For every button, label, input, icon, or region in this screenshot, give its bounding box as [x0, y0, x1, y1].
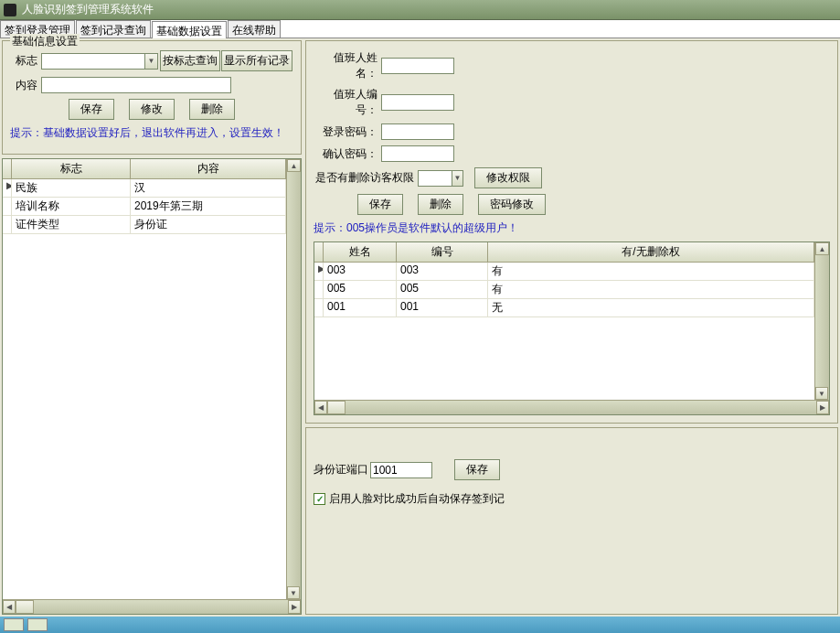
duty-no-label: 值班人编号： — [314, 87, 377, 118]
operator-grid: 姓名 编号 有/无删除权 ▶ 003 003 有 — [314, 241, 830, 415]
table-row[interactable]: 证件类型 身份证 — [3, 216, 286, 234]
op-pwd-modify-button[interactable]: 密码修改 — [478, 194, 546, 215]
duty-name-label: 值班人姓名： — [314, 50, 377, 81]
show-all-button[interactable]: 显示所有记录 — [221, 50, 292, 71]
port-save-button[interactable]: 保存 — [454, 459, 500, 480]
op-col-name[interactable]: 姓名 — [324, 242, 397, 262]
pwd-label: 登录密码： — [314, 124, 377, 140]
checkbox-icon[interactable]: ✓ — [314, 493, 325, 505]
base-info-group: 基础信息设置 标志 ▼ 按标志查询 显示所有记录 内容 保存 修改 删除 提示：… — [2, 40, 302, 155]
op-col-no[interactable]: 编号 — [397, 242, 488, 262]
op-hint: 提示：005操作员是软件默认的超级用户！ — [314, 220, 830, 236]
workarea: 基础信息设置 标志 ▼ 按标志查询 显示所有记录 内容 保存 修改 删除 提示：… — [0, 38, 840, 617]
scroll-right-icon[interactable]: ▶ — [288, 600, 301, 614]
cell-flag: 民族 — [12, 179, 131, 197]
table-row[interactable]: 培训名称 2019年第三期 — [3, 198, 286, 216]
operator-group: 值班人姓名： 值班人编号： 登录密码： 确认密码： 是否有删除访客权限 ▼ — [305, 40, 838, 424]
confirm-pwd-label: 确认密码： — [314, 146, 377, 162]
chevron-down-icon[interactable]: ▼ — [452, 171, 463, 186]
visitor-perm-combo[interactable]: ▼ — [418, 170, 463, 187]
base-info-legend: 基础信息设置 — [10, 34, 80, 49]
content-input[interactable] — [41, 77, 231, 93]
hscroll-thumb[interactable] — [327, 401, 346, 414]
row-indicator-icon: ▶ — [3, 179, 12, 197]
scroll-up-icon[interactable]: ▲ — [815, 242, 829, 255]
left-grid: 标志 内容 ▶ 民族 汉 培训名称 2019年第三期 — [2, 158, 302, 615]
taskbar — [0, 617, 840, 633]
chevron-down-icon[interactable]: ▼ — [144, 54, 157, 69]
search-by-flag-button[interactable]: 按标志查询 — [160, 50, 220, 71]
taskbar-button[interactable] — [4, 618, 24, 631]
auto-save-checkbox[interactable]: ✓ 启用人脸对比成功后自动保存签到记 — [314, 491, 830, 507]
op-save-button[interactable]: 保存 — [357, 194, 403, 215]
titlebar: 人脸识别签到管理系统软件 — [0, 0, 840, 20]
left-modify-button[interactable]: 修改 — [129, 99, 175, 120]
left-save-button[interactable]: 保存 — [69, 99, 114, 120]
op-col-perm[interactable]: 有/无删除权 — [488, 242, 814, 262]
auto-save-checkbox-label: 启用人脸对比成功后自动保存签到记 — [329, 491, 505, 507]
cell-content: 汉 — [131, 179, 286, 197]
table-row[interactable]: 005 005 有 — [314, 281, 814, 299]
duty-no-input[interactable] — [381, 94, 454, 111]
op-delete-button[interactable]: 删除 — [418, 194, 463, 215]
scroll-down-icon[interactable]: ▼ — [287, 586, 300, 599]
cell-flag: 培训名称 — [12, 198, 131, 215]
op-hscrollbar[interactable]: ◀ ▶ — [314, 400, 829, 414]
row-indicator-icon: ▶ — [314, 263, 324, 280]
cell-content: 身份证 — [131, 216, 286, 233]
tab-base-data-settings[interactable]: 基础数据设置 — [152, 21, 227, 38]
id-port-label: 身份证端口 — [314, 462, 368, 477]
op-col-indicator — [314, 242, 324, 262]
port-group: 身份证端口 保存 ✓ 启用人脸对比成功后自动保存签到记 — [305, 427, 838, 615]
flag-combo[interactable]: ▼ — [41, 53, 158, 70]
visitor-perm-label: 是否有删除访客权限 — [314, 170, 414, 186]
right-panel: 值班人姓名： 值班人编号： 登录密码： 确认密码： 是否有删除访客权限 ▼ — [305, 40, 838, 615]
left-col-content[interactable]: 内容 — [131, 159, 286, 178]
scroll-left-icon[interactable]: ◀ — [314, 401, 327, 414]
scroll-up-icon[interactable]: ▲ — [287, 159, 301, 172]
cell-flag: 证件类型 — [12, 216, 131, 233]
taskbar-button[interactable] — [27, 618, 48, 631]
table-row[interactable]: ▶ 民族 汉 — [3, 179, 286, 198]
left-hint: 提示：基础数据设置好后，退出软件再进入，设置生效！ — [10, 125, 293, 141]
table-row[interactable]: 001 001 无 — [314, 299, 814, 317]
left-delete-button[interactable]: 删除 — [189, 99, 235, 120]
duty-name-input[interactable] — [381, 58, 454, 74]
main-tabs: 签到登录管理 签到记录查询 基础数据设置 在线帮助 — [0, 20, 840, 38]
scroll-left-icon[interactable]: ◀ — [3, 600, 16, 614]
pwd-input[interactable] — [381, 123, 454, 140]
confirm-pwd-input[interactable] — [381, 145, 454, 162]
left-col-indicator — [3, 159, 12, 178]
tab-checkin-record-query[interactable]: 签到记录查询 — [76, 20, 151, 38]
cell-content: 2019年第三期 — [131, 198, 286, 215]
left-vscrollbar[interactable]: ▲ ▼ — [286, 159, 301, 599]
flag-label: 标志 — [10, 53, 37, 69]
op-vscrollbar[interactable]: ▲ ▼ — [814, 242, 829, 400]
id-port-input[interactable] — [370, 462, 432, 478]
content-label: 内容 — [10, 78, 37, 93]
app-icon — [4, 4, 16, 16]
left-panel: 基础信息设置 标志 ▼ 按标志查询 显示所有记录 内容 保存 修改 删除 提示：… — [2, 40, 302, 615]
left-hscrollbar[interactable]: ◀ ▶ — [3, 599, 301, 614]
modify-perm-button[interactable]: 修改权限 — [474, 167, 542, 188]
scroll-right-icon[interactable]: ▶ — [816, 401, 829, 414]
visitor-perm-input[interactable] — [419, 171, 452, 186]
left-col-flag[interactable]: 标志 — [12, 159, 131, 178]
left-grid-body[interactable]: ▶ 民族 汉 培训名称 2019年第三期 证件类型 身份证 — [3, 179, 286, 599]
table-row[interactable]: ▶ 003 003 有 — [314, 263, 814, 281]
tab-online-help[interactable]: 在线帮助 — [228, 20, 281, 38]
hscroll-thumb[interactable] — [16, 600, 34, 614]
flag-input[interactable] — [42, 54, 144, 69]
window-title: 人脸识别签到管理系统软件 — [22, 2, 154, 17]
op-grid-body[interactable]: ▶ 003 003 有 005 005 有 — [314, 263, 814, 400]
scroll-down-icon[interactable]: ▼ — [815, 387, 828, 400]
